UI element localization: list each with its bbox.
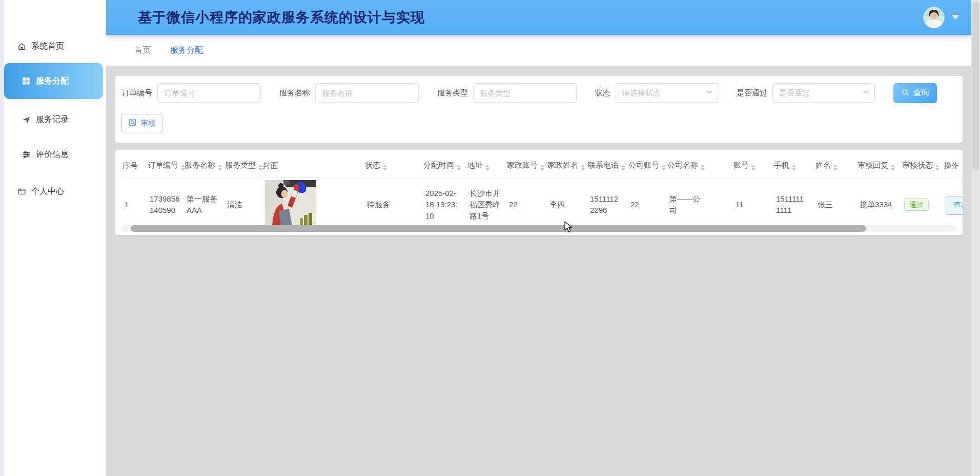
cell-service-name: 第一服务 AAA <box>183 178 224 229</box>
sidebar-item-label: 服务分配 <box>36 76 69 87</box>
sidebar-item-service-assign[interactable]: 服务分配 <box>4 63 103 99</box>
cell-contact-phone: 1511112 2296 <box>587 178 627 229</box>
column-header-audit-status[interactable]: 审核状态 <box>901 154 943 178</box>
cell-company-account: 22 <box>627 178 666 229</box>
sort-icon[interactable] <box>383 165 387 171</box>
sort-icon[interactable] <box>258 165 262 171</box>
horizontal-scrollbar-track[interactable] <box>121 225 957 232</box>
sort-icon[interactable] <box>485 165 489 171</box>
service-name-input[interactable] <box>315 83 419 103</box>
column-label: 审核回复 <box>858 161 888 169</box>
column-header-housekeeper-account[interactable]: 家政账号 <box>506 154 546 178</box>
column-header-assign-time[interactable]: 分配时间 <box>422 154 466 178</box>
filter-panel: 订单编号服务名称服务类型状态请选择状态是否通过是否通过 查询 审核 <box>115 76 963 143</box>
column-label: 分配时间 <box>423 161 454 169</box>
cell-cover <box>262 178 364 229</box>
column-header-contact-phone[interactable]: 联系电话 <box>587 154 627 178</box>
sort-icon[interactable] <box>540 165 544 171</box>
table-panel: 序号订单编号服务名称服务类型封面状态分配时间地址家政账号家政姓名联系电话公司账号… <box>115 150 963 235</box>
sort-icon[interactable] <box>457 165 461 171</box>
cell-status: 待服务 <box>364 178 422 229</box>
column-header-address[interactable]: 地址 <box>466 154 506 178</box>
column-header-actions: 操作 <box>943 154 963 178</box>
sort-icon[interactable] <box>662 165 666 171</box>
filter-status: 状态请选择状态 <box>595 83 718 103</box>
table-scroll-area: 序号订单编号服务名称服务类型封面状态分配时间地址家政账号家政姓名联系电话公司账号… <box>121 154 963 228</box>
filter-label: 状态 <box>595 88 610 98</box>
search-button[interactable]: 查询 <box>893 83 937 103</box>
column-header-phone[interactable]: 手机 <box>773 154 814 178</box>
view-button[interactable]: 查看 <box>946 196 963 215</box>
table-row: 11739856 140590第一服务 AAA清洁待服务2025-02- 18 … <box>121 178 963 229</box>
column-header-name[interactable]: 姓名 <box>814 154 856 178</box>
column-header-account[interactable]: 账号 <box>732 154 773 178</box>
sort-icon[interactable] <box>751 165 756 171</box>
sort-icon[interactable] <box>935 165 940 171</box>
order-no-input[interactable] <box>157 83 261 103</box>
search-icon <box>901 88 909 98</box>
sort-icon[interactable] <box>581 165 585 171</box>
search-button-label: 查询 <box>913 88 929 98</box>
column-label: 公司名称 <box>667 161 698 169</box>
sidebar-item-personal-center[interactable]: 个人中心 <box>0 181 106 202</box>
column-label: 姓名 <box>815 161 831 169</box>
sort-icon[interactable] <box>891 165 895 171</box>
cell-company-name: 第——公 司 <box>666 178 732 229</box>
cell-phone: 1511111 1111 <box>773 178 814 229</box>
sidebar-item-service-record[interactable]: 服务记录 <box>0 109 106 130</box>
sort-icon[interactable] <box>218 165 222 171</box>
sidebar: 系统首页服务分配服务记录评价信息个人中心 <box>0 0 106 476</box>
cell-assign-time: 2025-02- 18 13:23: 10 <box>422 178 466 229</box>
sidebar-item-review-info[interactable]: 评价信息 <box>0 144 106 165</box>
cell-audit-reply: 接单3334 <box>856 178 901 229</box>
filter-label: 是否通过 <box>737 88 767 98</box>
passed-select[interactable]: 是否通过 <box>772 83 875 103</box>
sidebar-menu: 系统首页服务分配服务记录评价信息个人中心 <box>0 36 106 202</box>
column-header-housekeeper-name[interactable]: 家政姓名 <box>546 154 587 178</box>
column-header-company-account[interactable]: 公司账号 <box>627 154 666 178</box>
column-label: 家政姓名 <box>547 161 578 169</box>
chevron-down-icon <box>863 88 869 97</box>
horizontal-scrollbar-thumb[interactable] <box>131 225 866 232</box>
filter-row: 订单编号服务名称服务类型状态请选择状态是否通过是否通过 <box>121 83 893 103</box>
cover-image <box>265 180 316 226</box>
column-label: 手机 <box>774 161 789 169</box>
sidebar-item-system-home[interactable]: 系统首页 <box>0 36 106 56</box>
column-label: 联系电话 <box>588 161 619 169</box>
table-body: 11739856 140590第一服务 AAA清洁待服务2025-02- 18 … <box>121 178 963 229</box>
column-label: 公司账号 <box>628 161 659 169</box>
column-label: 序号 <box>122 161 138 170</box>
audit-button[interactable]: 审核 <box>121 114 162 132</box>
breadcrumb-home[interactable]: 首页 <box>134 45 151 56</box>
cell-actions: 查看 <box>943 178 963 229</box>
column-header-cover: 封面 <box>262 154 364 178</box>
column-header-audit-reply[interactable]: 审核回复 <box>856 154 901 178</box>
column-header-service-name[interactable]: 服务名称 <box>183 154 224 178</box>
breadcrumb-current[interactable]: 服务分配 <box>170 45 203 56</box>
sort-icon[interactable] <box>792 165 796 171</box>
column-header-company-name[interactable]: 公司名称 <box>666 154 732 178</box>
page-scrollbar-thumb[interactable] <box>972 2 979 171</box>
page-scrollbar-track[interactable] <box>971 0 980 476</box>
sort-icon[interactable] <box>833 165 838 171</box>
cell-audit-status: 通过 <box>901 178 943 229</box>
select-placeholder: 是否通过 <box>779 88 810 98</box>
filter-service-type: 服务类型 <box>437 83 577 103</box>
column-header-status[interactable]: 状态 <box>364 154 422 178</box>
sidebar-item-label: 个人中心 <box>31 186 64 197</box>
sliders-icon <box>22 150 31 159</box>
service-type-input[interactable] <box>473 83 577 103</box>
sort-icon[interactable] <box>621 165 625 171</box>
column-header-service-type[interactable]: 服务类型 <box>224 154 262 178</box>
cell-seq: 1 <box>121 178 147 229</box>
filter-label: 服务类型 <box>437 88 468 98</box>
column-header-order-no[interactable]: 订单编号 <box>147 154 183 178</box>
status-select[interactable]: 请选择状态 <box>616 83 718 103</box>
sort-icon[interactable] <box>701 165 705 171</box>
table-header-row: 序号订单编号服务名称服务类型封面状态分配时间地址家政账号家政姓名联系电话公司账号… <box>121 154 963 178</box>
avatar[interactable] <box>923 7 945 28</box>
user-dropdown-caret[interactable] <box>952 15 959 19</box>
status-badge: 通过 <box>904 199 929 211</box>
cell-account: 11 <box>732 178 773 229</box>
column-label: 服务类型 <box>225 161 256 169</box>
